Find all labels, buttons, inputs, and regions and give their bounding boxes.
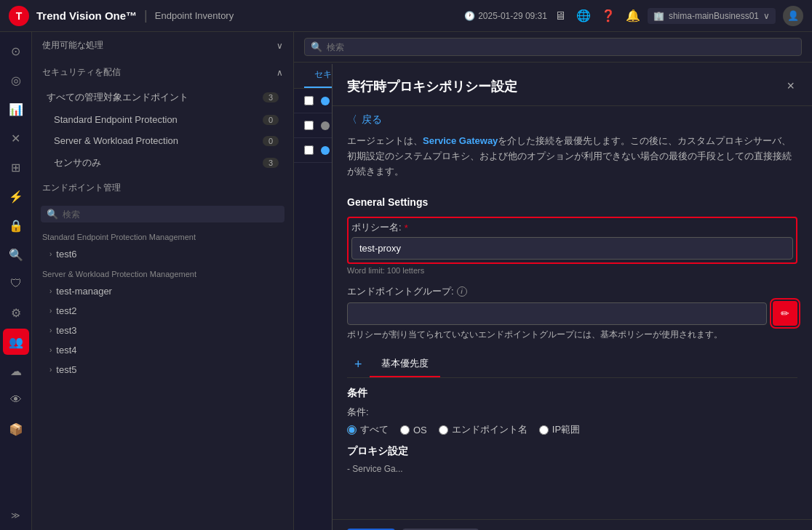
policy-name-label: ポリシー名: * bbox=[351, 221, 793, 234]
panel-tabs: + 基本優先度 bbox=[347, 351, 797, 378]
sidebar-item-test4[interactable]: › test4 bbox=[32, 340, 293, 360]
page-title: Endpoint Inventory bbox=[155, 10, 234, 21]
nav-icon-dashboard[interactable]: ◎ bbox=[3, 67, 29, 93]
nav-icon-shield[interactable]: 🛡 bbox=[3, 270, 29, 297]
content-header: 🔍 bbox=[294, 32, 812, 63]
bell-icon[interactable]: 🔔 bbox=[626, 9, 640, 23]
nav-icon-users[interactable]: 👥 bbox=[3, 329, 29, 355]
row-status-indicator bbox=[321, 121, 330, 130]
sidebar-item-test3[interactable]: › test3 bbox=[32, 321, 293, 340]
panel-back-button[interactable]: 〈 戻る bbox=[333, 106, 812, 134]
panel-body: エージェントは、Service Gatewayを介した接続を最優先します。この後… bbox=[333, 134, 812, 519]
sidebar-item-sensor-only[interactable]: センサのみ 3 bbox=[32, 151, 293, 174]
right-panel: 実行時プロキシポリシー設定 × 〈 戻る エージェントは、Service Gat… bbox=[332, 64, 812, 530]
row-status-indicator bbox=[321, 97, 330, 105]
sep-item-label: test6 bbox=[56, 249, 76, 260]
radio-all[interactable]: すべて bbox=[347, 423, 389, 436]
nav-icons-bar: ⊙ ◎ 📊 ✕ ⊞ ⚡ 🔒 🔍 🛡 ⚙ 👥 ☁ 👁 📦 ≫ bbox=[0, 32, 32, 530]
search-icon: 🔍 bbox=[47, 209, 58, 220]
policy-name-input[interactable] bbox=[351, 237, 793, 260]
proxy-sub-label: - Service Ga... bbox=[347, 464, 797, 474]
nav-icon-box[interactable]: 📦 bbox=[3, 416, 29, 442]
search-icon: 🔍 bbox=[311, 41, 322, 52]
monitor-icon[interactable]: 🖥 bbox=[554, 9, 566, 23]
swp-item-label: test3 bbox=[56, 325, 76, 336]
radio-ip-range[interactable]: IP範囲 bbox=[539, 423, 580, 436]
all-endpoints-count: 3 bbox=[263, 92, 279, 103]
chevron-icon: › bbox=[49, 366, 52, 374]
standard-ep-count: 0 bbox=[263, 115, 279, 125]
endpoint-group-label: エンドポイントグループ: i bbox=[347, 285, 797, 298]
all-endpoints-label: すべての管理対象エンドポイント bbox=[47, 91, 188, 104]
user-menu[interactable]: 🏢 shima-mainBusiness01 ∨ bbox=[648, 8, 776, 24]
content-search-input[interactable] bbox=[327, 42, 795, 52]
sidebar-item-test6[interactable]: › test6 bbox=[32, 244, 293, 264]
nav-icon-cloud[interactable]: ☁ bbox=[3, 358, 29, 384]
deploy-chevron: ∧ bbox=[276, 68, 283, 78]
sidebar-item-test5[interactable]: › test5 bbox=[32, 360, 293, 380]
sidebar-search[interactable]: 🔍 bbox=[41, 206, 284, 222]
endpoint-group-input[interactable] bbox=[347, 302, 767, 325]
panel-tab-add-button[interactable]: + bbox=[347, 353, 370, 377]
nav-icon-home[interactable]: ⊙ bbox=[3, 38, 29, 64]
radio-endpoint-name[interactable]: エンドポイント名 bbox=[439, 423, 528, 436]
row-status-indicator bbox=[321, 146, 330, 155]
sidebar-item-all-endpoints[interactable]: すべての管理対象エンドポイント 3 bbox=[32, 86, 293, 109]
sidebar-deploy-header[interactable]: セキュリティを配信 ∧ bbox=[32, 59, 293, 86]
sidebar-item-test2[interactable]: › test2 bbox=[32, 301, 293, 321]
panel-title: 実行時プロキシポリシー設定 bbox=[347, 78, 517, 95]
tab-base-priority[interactable]: 基本優先度 bbox=[370, 351, 440, 377]
proxy-settings-title: プロキシ設定 bbox=[347, 445, 797, 458]
sidebar-item-test-manager[interactable]: › test-manager bbox=[32, 281, 293, 301]
avatar-icon: 👤 bbox=[787, 10, 799, 21]
nav-icon-cross[interactable]: ✕ bbox=[3, 125, 29, 151]
panel-header: 実行時プロキシポリシー設定 × bbox=[333, 64, 812, 106]
nav-icon-bolt[interactable]: ⚡ bbox=[3, 183, 29, 209]
nav-expand-button[interactable]: ≫ bbox=[3, 507, 29, 524]
proxy-section: プロキシ設定 - Service Ga... bbox=[347, 445, 797, 474]
server-workload-count: 0 bbox=[263, 136, 279, 146]
header-time: 🕐 2025-01-29 09:31 bbox=[464, 11, 547, 21]
conditions-label: 条件: bbox=[347, 406, 797, 419]
standard-ep-label: Standard Endpoint Protection bbox=[54, 114, 178, 125]
info-icon: i bbox=[457, 286, 467, 297]
chevron-icon: › bbox=[49, 326, 52, 334]
app-name: Trend Vision One™ bbox=[36, 9, 137, 22]
sensor-only-label: センサのみ bbox=[54, 156, 101, 169]
radio-os[interactable]: OS bbox=[400, 425, 427, 435]
conditions-title: 条件 bbox=[347, 387, 797, 400]
sidebar-item-server-workload[interactable]: Server & Workload Protection 0 bbox=[32, 130, 293, 151]
nav-icon-search[interactable]: 🔍 bbox=[3, 241, 29, 268]
policy-name-hint: Word limit: 100 letters bbox=[347, 266, 797, 275]
help-icon[interactable]: ❓ bbox=[601, 9, 616, 23]
policy-name-field: ポリシー名: * Word limit: 100 letters bbox=[347, 217, 797, 275]
content-search[interactable]: 🔍 bbox=[304, 38, 802, 56]
row-checkbox[interactable] bbox=[304, 121, 314, 130]
sidebar-endpoint-mgmt-header[interactable]: エンドポイント管理 bbox=[32, 174, 293, 201]
nav-icon-eye[interactable]: 👁 bbox=[3, 387, 29, 413]
nav-icon-grid[interactable]: ⊞ bbox=[3, 154, 29, 180]
swp-item-label: test-manager bbox=[56, 286, 112, 297]
sensor-only-count: 3 bbox=[263, 158, 279, 168]
sep-mgmt-label: Standard Endpoint Protection Management bbox=[32, 227, 293, 244]
panel-footer: 保存 キャンセル bbox=[333, 519, 812, 530]
nav-icon-settings[interactable]: ⚙ bbox=[3, 300, 29, 326]
radio-group: すべて OS エンドポイント名 IP範囲 bbox=[347, 423, 797, 436]
back-chevron-icon: 〈 bbox=[347, 113, 357, 127]
avatar[interactable]: 👤 bbox=[783, 6, 803, 26]
chevron-icon: › bbox=[49, 250, 52, 258]
sidebar-item-standard-ep[interactable]: Standard Endpoint Protection 0 bbox=[32, 109, 293, 130]
network-icon[interactable]: 🌐 bbox=[576, 9, 591, 23]
sidebar-search-input[interactable] bbox=[63, 209, 279, 220]
nav-icon-lock[interactable]: 🔒 bbox=[3, 212, 29, 238]
nav-icon-chart[interactable]: 📊 bbox=[3, 96, 29, 122]
clock-icon: 🕐 bbox=[464, 11, 475, 21]
endpoint-group-edit-button[interactable]: ✏ bbox=[773, 301, 797, 326]
top-header: T Trend Vision One™ | Endpoint Inventory… bbox=[0, 0, 812, 32]
deploy-label: セキュリティを配信 bbox=[42, 66, 121, 79]
sidebar-actions-header[interactable]: 使用可能な処理 ∨ bbox=[32, 32, 293, 59]
row-checkbox[interactable] bbox=[304, 145, 314, 155]
row-checkbox[interactable] bbox=[304, 96, 314, 105]
username: shima-mainBusiness01 bbox=[669, 11, 759, 21]
panel-close-button[interactable]: × bbox=[784, 76, 797, 97]
